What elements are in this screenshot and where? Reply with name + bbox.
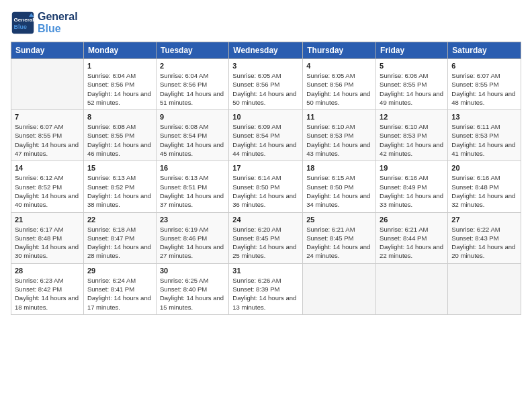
day-number: 11 (306, 113, 372, 121)
day-info: Sunrise: 6:25 AM Sunset: 8:40 PM Dayligh… (160, 276, 225, 312)
day-cell: 29Sunrise: 6:24 AM Sunset: 8:41 PM Dayli… (83, 263, 156, 314)
weekday-header-wednesday: Wednesday (229, 42, 303, 59)
day-cell: 9Sunrise: 6:08 AM Sunset: 8:54 PM Daylig… (156, 110, 228, 161)
day-cell: 3Sunrise: 6:05 AM Sunset: 8:56 PM Daylig… (229, 59, 303, 110)
day-info: Sunrise: 6:14 AM Sunset: 8:50 PM Dayligh… (232, 173, 299, 209)
day-info: Sunrise: 6:23 AM Sunset: 8:42 PM Dayligh… (15, 276, 80, 312)
day-number: 18 (306, 164, 372, 172)
week-row-2: 7Sunrise: 6:07 AM Sunset: 8:55 PM Daylig… (11, 110, 521, 161)
day-number: 17 (232, 164, 299, 172)
header: General Blue GeneralBlue (11, 11, 521, 35)
day-number: 9 (160, 113, 225, 121)
day-number: 13 (451, 113, 517, 121)
day-cell: 8Sunrise: 6:08 AM Sunset: 8:55 PM Daylig… (83, 110, 156, 161)
day-info: Sunrise: 6:07 AM Sunset: 8:55 PM Dayligh… (15, 122, 80, 158)
day-info: Sunrise: 6:16 AM Sunset: 8:48 PM Dayligh… (451, 173, 517, 209)
day-number: 5 (380, 62, 444, 70)
day-cell (303, 263, 376, 314)
day-info: Sunrise: 6:13 AM Sunset: 8:52 PM Dayligh… (87, 173, 152, 209)
day-number: 31 (232, 267, 299, 275)
day-cell: 6Sunrise: 6:07 AM Sunset: 8:55 PM Daylig… (448, 59, 521, 110)
day-info: Sunrise: 6:04 AM Sunset: 8:56 PM Dayligh… (160, 71, 225, 107)
day-cell: 25Sunrise: 6:21 AM Sunset: 8:45 PM Dayli… (303, 212, 376, 263)
day-info: Sunrise: 6:13 AM Sunset: 8:51 PM Dayligh… (160, 173, 225, 209)
day-cell: 18Sunrise: 6:15 AM Sunset: 8:50 PM Dayli… (303, 161, 376, 212)
weekday-header-thursday: Thursday (303, 42, 376, 59)
day-info: Sunrise: 6:15 AM Sunset: 8:50 PM Dayligh… (306, 173, 372, 209)
day-cell: 15Sunrise: 6:13 AM Sunset: 8:52 PM Dayli… (83, 161, 156, 212)
logo-text: GeneralBlue (38, 11, 78, 34)
day-cell: 31Sunrise: 6:26 AM Sunset: 8:39 PM Dayli… (229, 263, 303, 314)
day-number: 10 (232, 113, 299, 121)
weekday-header-friday: Friday (376, 42, 448, 59)
day-info: Sunrise: 6:21 AM Sunset: 8:45 PM Dayligh… (306, 225, 372, 261)
day-number: 6 (451, 62, 517, 70)
day-cell: 24Sunrise: 6:20 AM Sunset: 8:45 PM Dayli… (229, 212, 303, 263)
day-number: 14 (15, 164, 80, 172)
week-row-3: 14Sunrise: 6:12 AM Sunset: 8:52 PM Dayli… (11, 161, 521, 212)
day-number: 7 (15, 113, 80, 121)
day-number: 1 (87, 62, 152, 70)
day-cell: 20Sunrise: 6:16 AM Sunset: 8:48 PM Dayli… (448, 161, 521, 212)
day-number: 22 (87, 216, 152, 224)
day-cell: 26Sunrise: 6:21 AM Sunset: 8:44 PM Dayli… (376, 212, 448, 263)
day-info: Sunrise: 6:16 AM Sunset: 8:49 PM Dayligh… (380, 173, 444, 209)
day-cell: 19Sunrise: 6:16 AM Sunset: 8:49 PM Dayli… (376, 161, 448, 212)
day-info: Sunrise: 6:21 AM Sunset: 8:44 PM Dayligh… (380, 225, 444, 261)
weekday-header-saturday: Saturday (448, 42, 521, 59)
day-cell: 27Sunrise: 6:22 AM Sunset: 8:43 PM Dayli… (448, 212, 521, 263)
svg-text:General: General (14, 17, 34, 23)
day-info: Sunrise: 6:20 AM Sunset: 8:45 PM Dayligh… (232, 225, 299, 261)
day-number: 28 (15, 267, 80, 275)
week-row-1: 1Sunrise: 6:04 AM Sunset: 8:56 PM Daylig… (11, 59, 521, 110)
svg-text:Blue: Blue (14, 24, 28, 30)
day-cell: 4Sunrise: 6:05 AM Sunset: 8:56 PM Daylig… (303, 59, 376, 110)
day-number: 21 (15, 216, 80, 224)
calendar-table: SundayMondayTuesdayWednesdayThursdayFrid… (11, 42, 521, 315)
day-number: 3 (232, 62, 299, 70)
day-number: 19 (380, 164, 444, 172)
day-number: 27 (451, 216, 517, 224)
day-number: 26 (380, 216, 444, 224)
day-number: 12 (380, 113, 444, 121)
day-number: 30 (160, 267, 225, 275)
day-number: 25 (306, 216, 372, 224)
logo-icon: General Blue (11, 11, 35, 35)
day-cell: 10Sunrise: 6:09 AM Sunset: 8:54 PM Dayli… (229, 110, 303, 161)
day-cell: 11Sunrise: 6:10 AM Sunset: 8:53 PM Dayli… (303, 110, 376, 161)
logo: General Blue GeneralBlue (11, 11, 78, 35)
day-info: Sunrise: 6:11 AM Sunset: 8:53 PM Dayligh… (451, 122, 517, 158)
weekday-header-sunday: Sunday (11, 42, 84, 59)
day-cell: 12Sunrise: 6:10 AM Sunset: 8:53 PM Dayli… (376, 110, 448, 161)
day-cell: 13Sunrise: 6:11 AM Sunset: 8:53 PM Dayli… (448, 110, 521, 161)
day-cell: 30Sunrise: 6:25 AM Sunset: 8:40 PM Dayli… (156, 263, 228, 314)
calendar-container: General Blue GeneralBlue SundayMondayTue… (0, 0, 532, 320)
day-cell: 14Sunrise: 6:12 AM Sunset: 8:52 PM Dayli… (11, 161, 84, 212)
day-info: Sunrise: 6:19 AM Sunset: 8:46 PM Dayligh… (160, 225, 225, 261)
day-cell (11, 59, 84, 110)
day-cell (448, 263, 521, 314)
day-number: 2 (160, 62, 225, 70)
week-row-4: 21Sunrise: 6:17 AM Sunset: 8:48 PM Dayli… (11, 212, 521, 263)
day-cell: 17Sunrise: 6:14 AM Sunset: 8:50 PM Dayli… (229, 161, 303, 212)
day-info: Sunrise: 6:08 AM Sunset: 8:55 PM Dayligh… (87, 122, 152, 158)
day-cell: 28Sunrise: 6:23 AM Sunset: 8:42 PM Dayli… (11, 263, 84, 314)
day-number: 8 (87, 113, 152, 121)
day-number: 29 (87, 267, 152, 275)
day-number: 24 (232, 216, 299, 224)
day-info: Sunrise: 6:22 AM Sunset: 8:43 PM Dayligh… (451, 225, 517, 261)
weekday-header-tuesday: Tuesday (156, 42, 228, 59)
day-cell (376, 263, 448, 314)
day-info: Sunrise: 6:09 AM Sunset: 8:54 PM Dayligh… (232, 122, 299, 158)
day-cell: 21Sunrise: 6:17 AM Sunset: 8:48 PM Dayli… (11, 212, 84, 263)
day-cell: 7Sunrise: 6:07 AM Sunset: 8:55 PM Daylig… (11, 110, 84, 161)
day-info: Sunrise: 6:07 AM Sunset: 8:55 PM Dayligh… (451, 71, 517, 107)
day-cell: 1Sunrise: 6:04 AM Sunset: 8:56 PM Daylig… (83, 59, 156, 110)
weekday-header-row: SundayMondayTuesdayWednesdayThursdayFrid… (11, 42, 521, 59)
day-info: Sunrise: 6:17 AM Sunset: 8:48 PM Dayligh… (15, 225, 80, 261)
day-cell: 22Sunrise: 6:18 AM Sunset: 8:47 PM Dayli… (83, 212, 156, 263)
day-cell: 5Sunrise: 6:06 AM Sunset: 8:55 PM Daylig… (376, 59, 448, 110)
day-info: Sunrise: 6:26 AM Sunset: 8:39 PM Dayligh… (232, 276, 299, 312)
day-info: Sunrise: 6:18 AM Sunset: 8:47 PM Dayligh… (87, 225, 152, 261)
day-info: Sunrise: 6:04 AM Sunset: 8:56 PM Dayligh… (87, 71, 152, 107)
